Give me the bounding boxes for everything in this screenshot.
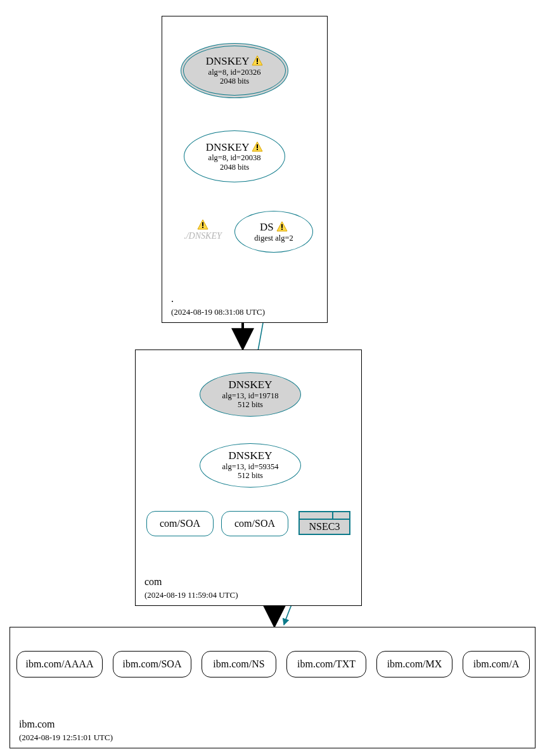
- com-zsk-alg: alg=13, id=59354: [222, 462, 278, 471]
- root-ksk-bits: 2048 bits: [220, 77, 249, 85]
- root-dnskey-zsk: DNSKEY alg=8, id=20038 2048 bits: [184, 130, 285, 182]
- root-dnskey-ksk: DNSKEY alg=8, id=20326 2048 bits: [181, 43, 288, 98]
- root-ds-title: DS: [260, 221, 274, 233]
- com-ksk-alg: alg=13, id=19718: [222, 391, 278, 400]
- com-zsk-bits: 512 bits: [238, 471, 263, 480]
- zone-ibm-label: ibm.com: [19, 719, 54, 730]
- zone-com-label: com: [144, 576, 162, 588]
- com-nsec3: NSEC3: [298, 511, 350, 535]
- root-ghost-label: ./DNSKEY: [174, 231, 231, 241]
- zone-com-timestamp: (2024-08-19 11:59:04 UTC): [144, 590, 238, 600]
- ibm-rr-soa: ibm.com/SOA: [113, 651, 191, 677]
- root-ksk-alg: alg=8, id=20326: [208, 68, 261, 77]
- zone-ibm-timestamp: (2024-08-19 12:51:01 UTC): [19, 733, 113, 743]
- zone-ibm: ibm.com (2024-08-19 12:51:01 UTC): [10, 627, 535, 748]
- root-ksk-title: DNSKEY: [206, 55, 249, 67]
- root-zsk-title: DNSKEY: [206, 141, 249, 153]
- com-soa-2: com/SOA: [221, 511, 288, 536]
- warning-icon: [252, 141, 263, 152]
- warning-icon: [197, 219, 208, 230]
- warning-icon: [276, 221, 288, 232]
- ibm-rr-a: ibm.com/A: [463, 651, 530, 677]
- root-ghost-dnskey: ./DNSKEY: [174, 219, 231, 241]
- root-zsk-bits: 2048 bits: [220, 163, 249, 172]
- com-ksk-title: DNSKEY: [229, 379, 272, 391]
- ibm-rr-aaaa: ibm.com/AAAA: [16, 651, 103, 677]
- com-zsk-title: DNSKEY: [229, 450, 272, 462]
- ibm-rr-ns: ibm.com/NS: [202, 651, 276, 677]
- root-ds: DS digest alg=2: [234, 211, 313, 253]
- com-dnskey-ksk: DNSKEY alg=13, id=19718 512 bits: [200, 372, 301, 417]
- root-ds-sub: digest alg=2: [254, 234, 293, 243]
- ibm-rr-txt: ibm.com/TXT: [286, 651, 366, 677]
- zone-root-timestamp: (2024-08-19 08:31:08 UTC): [171, 307, 265, 317]
- warning-icon: [252, 55, 263, 66]
- com-ksk-bits: 512 bits: [238, 400, 263, 409]
- zone-root-label: .: [171, 293, 174, 305]
- com-dnskey-zsk: DNSKEY alg=13, id=59354 512 bits: [200, 443, 301, 488]
- ibm-rr-mx: ibm.com/MX: [376, 651, 452, 677]
- root-zsk-alg: alg=8, id=20038: [208, 153, 261, 162]
- com-nsec3-label: NSEC3: [300, 520, 349, 534]
- com-soa-1: com/SOA: [146, 511, 214, 536]
